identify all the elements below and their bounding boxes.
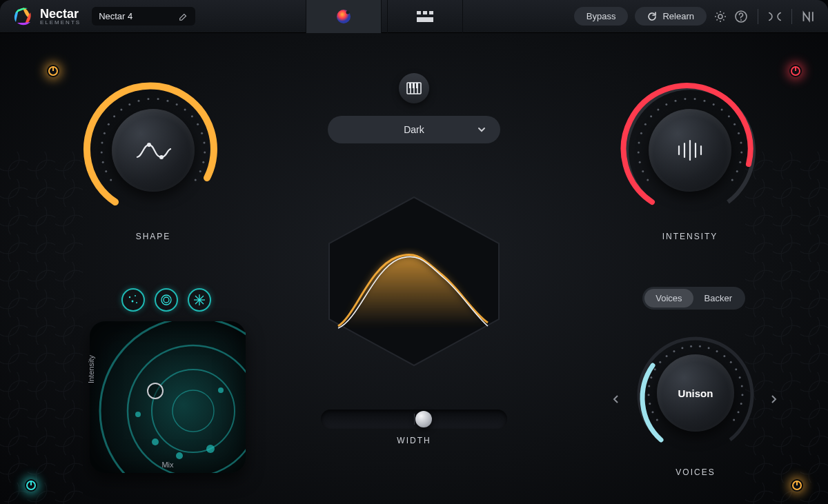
width-label: WIDTH: [321, 436, 507, 445]
style-value: Dark: [404, 124, 424, 135]
space-preset-2[interactable]: [155, 288, 178, 312]
voices-next-button[interactable]: [769, 394, 780, 405]
svg-rect-2: [417, 11, 421, 14]
izotope-button[interactable]: [768, 10, 782, 23]
svg-point-37: [100, 321, 246, 473]
settings-button[interactable]: [713, 10, 727, 23]
space-preset-row: [121, 288, 248, 312]
relearn-button[interactable]: Relearn: [635, 7, 707, 26]
space-pad-cursor[interactable]: [147, 383, 164, 399]
brand-button[interactable]: [802, 10, 816, 23]
ni-icon: [802, 10, 816, 23]
voices-tabs: Voices Backer: [642, 287, 745, 310]
space-xy-pad[interactable]: Intensity Mix: [90, 321, 246, 473]
pitch-correction-button[interactable]: [399, 73, 429, 103]
svg-point-25: [135, 295, 136, 296]
space-section: Intensity Mix: [90, 288, 248, 473]
voices-label: VOICES: [627, 467, 765, 477]
power-toggle-shape[interactable]: [47, 65, 59, 77]
space-y-axis-label: Intensity: [87, 355, 95, 383]
product-name: Nectar: [40, 8, 81, 20]
space-x-axis-label: Mix: [90, 461, 246, 469]
logo-icon: [12, 6, 33, 27]
svg-point-41: [218, 387, 224, 393]
izotope-icon: [768, 10, 782, 23]
orb-icon: [335, 8, 353, 26]
background-hex-left: [0, 152, 83, 504]
shape-label: SHAPE: [77, 232, 229, 241]
refresh-icon: [647, 12, 657, 21]
tab-voices[interactable]: Voices: [644, 289, 693, 308]
svg-point-36: [128, 345, 246, 473]
svg-point-8: [740, 19, 742, 21]
shape-knob-group: SHAPE: [77, 74, 229, 241]
tab-backer[interactable]: Backer: [693, 289, 743, 308]
svg-rect-20: [409, 83, 411, 88]
svg-point-1: [346, 10, 350, 14]
edit-icon: [179, 12, 188, 21]
svg-point-42: [135, 412, 141, 417]
svg-point-40: [206, 445, 215, 453]
space-stars-icon: [126, 292, 141, 308]
product-logo: Nectar ELEMENTS: [12, 6, 81, 27]
svg-point-24: [129, 296, 130, 298]
voices-knob-group: Unison VOICES: [627, 324, 765, 477]
svg-point-6: [718, 14, 722, 19]
tab-assistant[interactable]: [306, 0, 382, 33]
chevron-left-icon: [611, 394, 621, 404]
bypass-button[interactable]: Bypass: [574, 7, 629, 26]
space-rings-icon: [159, 292, 174, 308]
space-preset-1[interactable]: [121, 288, 145, 312]
svg-rect-4: [429, 11, 433, 14]
header-bar: Nectar ELEMENTS Nectar 4 Bypass R: [0, 0, 828, 33]
header-tabs: [195, 0, 574, 33]
header-divider-2: [791, 9, 792, 24]
voices-knob[interactable]: Unison: [627, 324, 765, 462]
power-toggle-intensity[interactable]: [789, 65, 802, 77]
svg-rect-22: [416, 83, 418, 88]
chevron-right-icon: [769, 394, 778, 404]
width-slider-thumb[interactable]: [415, 411, 432, 427]
preset-selector[interactable]: Nectar 4: [92, 7, 195, 26]
product-subtitle: ELEMENTS: [40, 20, 81, 26]
voices-prev-button[interactable]: [611, 394, 622, 405]
width-slider[interactable]: [321, 410, 507, 429]
intensity-knob[interactable]: [614, 74, 766, 226]
svg-point-26: [132, 301, 134, 303]
svg-rect-5: [417, 17, 433, 22]
width-slider-group: WIDTH: [321, 410, 507, 445]
header-divider: [758, 9, 758, 24]
intensity-label: INTENSITY: [614, 232, 766, 241]
svg-point-38: [152, 439, 159, 445]
spectrum-visualizer: [314, 192, 514, 371]
space-preset-3[interactable]: [188, 288, 211, 312]
svg-point-35: [152, 370, 235, 452]
svg-rect-21: [413, 83, 415, 88]
tab-modules[interactable]: [387, 0, 463, 33]
gear-icon: [713, 10, 727, 23]
chevron-down-icon: [477, 125, 486, 134]
intensity-knob-group: INTENSITY: [614, 74, 766, 241]
svg-point-34: [172, 390, 214, 432]
svg-point-39: [176, 452, 183, 459]
help-button[interactable]: [734, 10, 748, 23]
power-toggle-space[interactable]: [25, 479, 37, 492]
shape-knob[interactable]: [77, 74, 229, 226]
svg-rect-3: [423, 11, 427, 14]
space-burst-icon: [192, 292, 207, 308]
preset-name: Nectar 4: [99, 11, 132, 21]
style-dropdown[interactable]: Dark: [328, 116, 500, 143]
power-toggle-voices[interactable]: [791, 479, 803, 492]
modules-icon: [416, 10, 434, 23]
svg-point-29: [164, 297, 169, 303]
svg-point-28: [161, 295, 171, 305]
help-icon: [734, 10, 748, 23]
piano-icon: [406, 81, 422, 95]
svg-point-27: [136, 302, 137, 303]
header-actions: Bypass Relearn: [574, 7, 816, 26]
